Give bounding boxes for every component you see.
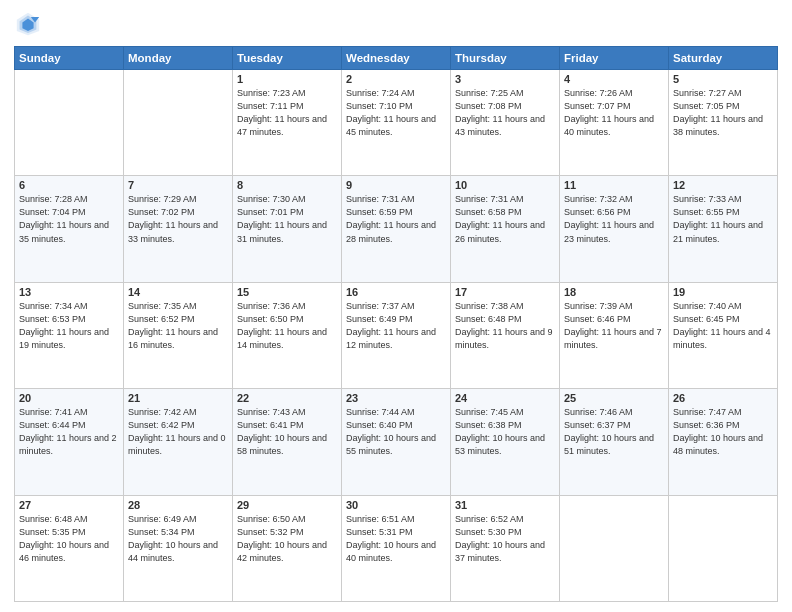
week-row-5: 27Sunrise: 6:48 AM Sunset: 5:35 PM Dayli…: [15, 495, 778, 601]
calendar-cell: 15Sunrise: 7:36 AM Sunset: 6:50 PM Dayli…: [233, 282, 342, 388]
day-info: Sunrise: 7:31 AM Sunset: 6:59 PM Dayligh…: [346, 193, 446, 245]
day-number: 22: [237, 392, 337, 404]
calendar-cell: 28Sunrise: 6:49 AM Sunset: 5:34 PM Dayli…: [124, 495, 233, 601]
calendar-cell: 19Sunrise: 7:40 AM Sunset: 6:45 PM Dayli…: [669, 282, 778, 388]
day-number: 23: [346, 392, 446, 404]
day-number: 7: [128, 179, 228, 191]
calendar-cell: [560, 495, 669, 601]
day-number: 20: [19, 392, 119, 404]
calendar-cell: [669, 495, 778, 601]
day-number: 12: [673, 179, 773, 191]
day-number: 30: [346, 499, 446, 511]
day-info: Sunrise: 7:33 AM Sunset: 6:55 PM Dayligh…: [673, 193, 773, 245]
calendar-cell: 5Sunrise: 7:27 AM Sunset: 7:05 PM Daylig…: [669, 70, 778, 176]
day-info: Sunrise: 7:44 AM Sunset: 6:40 PM Dayligh…: [346, 406, 446, 458]
logo: [14, 10, 46, 38]
day-info: Sunrise: 7:32 AM Sunset: 6:56 PM Dayligh…: [564, 193, 664, 245]
day-number: 13: [19, 286, 119, 298]
calendar-cell: 6Sunrise: 7:28 AM Sunset: 7:04 PM Daylig…: [15, 176, 124, 282]
calendar-cell: 2Sunrise: 7:24 AM Sunset: 7:10 PM Daylig…: [342, 70, 451, 176]
day-info: Sunrise: 6:49 AM Sunset: 5:34 PM Dayligh…: [128, 513, 228, 565]
day-info: Sunrise: 7:40 AM Sunset: 6:45 PM Dayligh…: [673, 300, 773, 352]
day-number: 3: [455, 73, 555, 85]
day-info: Sunrise: 7:37 AM Sunset: 6:49 PM Dayligh…: [346, 300, 446, 352]
calendar-cell: 4Sunrise: 7:26 AM Sunset: 7:07 PM Daylig…: [560, 70, 669, 176]
day-of-week-sunday: Sunday: [15, 47, 124, 70]
calendar-cell: 21Sunrise: 7:42 AM Sunset: 6:42 PM Dayli…: [124, 389, 233, 495]
calendar-cell: [124, 70, 233, 176]
calendar-cell: 8Sunrise: 7:30 AM Sunset: 7:01 PM Daylig…: [233, 176, 342, 282]
day-number: 18: [564, 286, 664, 298]
day-number: 25: [564, 392, 664, 404]
calendar-header-row: SundayMondayTuesdayWednesdayThursdayFrid…: [15, 47, 778, 70]
day-number: 10: [455, 179, 555, 191]
day-info: Sunrise: 6:51 AM Sunset: 5:31 PM Dayligh…: [346, 513, 446, 565]
day-number: 4: [564, 73, 664, 85]
day-info: Sunrise: 7:25 AM Sunset: 7:08 PM Dayligh…: [455, 87, 555, 139]
day-info: Sunrise: 7:47 AM Sunset: 6:36 PM Dayligh…: [673, 406, 773, 458]
day-number: 16: [346, 286, 446, 298]
day-number: 2: [346, 73, 446, 85]
week-row-1: 1Sunrise: 7:23 AM Sunset: 7:11 PM Daylig…: [15, 70, 778, 176]
calendar-cell: 25Sunrise: 7:46 AM Sunset: 6:37 PM Dayli…: [560, 389, 669, 495]
day-number: 14: [128, 286, 228, 298]
day-info: Sunrise: 7:43 AM Sunset: 6:41 PM Dayligh…: [237, 406, 337, 458]
day-number: 8: [237, 179, 337, 191]
day-number: 15: [237, 286, 337, 298]
day-info: Sunrise: 7:26 AM Sunset: 7:07 PM Dayligh…: [564, 87, 664, 139]
calendar-cell: 30Sunrise: 6:51 AM Sunset: 5:31 PM Dayli…: [342, 495, 451, 601]
header: [14, 10, 778, 38]
day-info: Sunrise: 7:24 AM Sunset: 7:10 PM Dayligh…: [346, 87, 446, 139]
calendar-cell: 12Sunrise: 7:33 AM Sunset: 6:55 PM Dayli…: [669, 176, 778, 282]
day-info: Sunrise: 7:29 AM Sunset: 7:02 PM Dayligh…: [128, 193, 228, 245]
day-number: 17: [455, 286, 555, 298]
day-info: Sunrise: 7:30 AM Sunset: 7:01 PM Dayligh…: [237, 193, 337, 245]
week-row-4: 20Sunrise: 7:41 AM Sunset: 6:44 PM Dayli…: [15, 389, 778, 495]
page: SundayMondayTuesdayWednesdayThursdayFrid…: [0, 0, 792, 612]
calendar-cell: 10Sunrise: 7:31 AM Sunset: 6:58 PM Dayli…: [451, 176, 560, 282]
day-number: 26: [673, 392, 773, 404]
day-number: 27: [19, 499, 119, 511]
day-number: 24: [455, 392, 555, 404]
calendar-cell: 13Sunrise: 7:34 AM Sunset: 6:53 PM Dayli…: [15, 282, 124, 388]
day-of-week-tuesday: Tuesday: [233, 47, 342, 70]
calendar-cell: 3Sunrise: 7:25 AM Sunset: 7:08 PM Daylig…: [451, 70, 560, 176]
day-info: Sunrise: 7:46 AM Sunset: 6:37 PM Dayligh…: [564, 406, 664, 458]
day-of-week-monday: Monday: [124, 47, 233, 70]
calendar-cell: [15, 70, 124, 176]
calendar-cell: 9Sunrise: 7:31 AM Sunset: 6:59 PM Daylig…: [342, 176, 451, 282]
calendar-cell: 14Sunrise: 7:35 AM Sunset: 6:52 PM Dayli…: [124, 282, 233, 388]
day-info: Sunrise: 7:31 AM Sunset: 6:58 PM Dayligh…: [455, 193, 555, 245]
day-info: Sunrise: 7:42 AM Sunset: 6:42 PM Dayligh…: [128, 406, 228, 458]
calendar-cell: 23Sunrise: 7:44 AM Sunset: 6:40 PM Dayli…: [342, 389, 451, 495]
day-number: 19: [673, 286, 773, 298]
day-number: 6: [19, 179, 119, 191]
day-of-week-thursday: Thursday: [451, 47, 560, 70]
day-info: Sunrise: 7:35 AM Sunset: 6:52 PM Dayligh…: [128, 300, 228, 352]
day-number: 9: [346, 179, 446, 191]
day-info: Sunrise: 7:28 AM Sunset: 7:04 PM Dayligh…: [19, 193, 119, 245]
day-info: Sunrise: 6:48 AM Sunset: 5:35 PM Dayligh…: [19, 513, 119, 565]
calendar-cell: 7Sunrise: 7:29 AM Sunset: 7:02 PM Daylig…: [124, 176, 233, 282]
calendar-cell: 29Sunrise: 6:50 AM Sunset: 5:32 PM Dayli…: [233, 495, 342, 601]
day-number: 11: [564, 179, 664, 191]
day-number: 28: [128, 499, 228, 511]
day-info: Sunrise: 6:52 AM Sunset: 5:30 PM Dayligh…: [455, 513, 555, 565]
day-of-week-wednesday: Wednesday: [342, 47, 451, 70]
day-info: Sunrise: 7:38 AM Sunset: 6:48 PM Dayligh…: [455, 300, 555, 352]
day-of-week-saturday: Saturday: [669, 47, 778, 70]
day-info: Sunrise: 7:34 AM Sunset: 6:53 PM Dayligh…: [19, 300, 119, 352]
day-info: Sunrise: 7:27 AM Sunset: 7:05 PM Dayligh…: [673, 87, 773, 139]
calendar-cell: 11Sunrise: 7:32 AM Sunset: 6:56 PM Dayli…: [560, 176, 669, 282]
day-info: Sunrise: 7:36 AM Sunset: 6:50 PM Dayligh…: [237, 300, 337, 352]
calendar-cell: 1Sunrise: 7:23 AM Sunset: 7:11 PM Daylig…: [233, 70, 342, 176]
calendar-table: SundayMondayTuesdayWednesdayThursdayFrid…: [14, 46, 778, 602]
day-info: Sunrise: 6:50 AM Sunset: 5:32 PM Dayligh…: [237, 513, 337, 565]
calendar-cell: 16Sunrise: 7:37 AM Sunset: 6:49 PM Dayli…: [342, 282, 451, 388]
week-row-3: 13Sunrise: 7:34 AM Sunset: 6:53 PM Dayli…: [15, 282, 778, 388]
day-number: 29: [237, 499, 337, 511]
calendar-cell: 24Sunrise: 7:45 AM Sunset: 6:38 PM Dayli…: [451, 389, 560, 495]
day-number: 31: [455, 499, 555, 511]
week-row-2: 6Sunrise: 7:28 AM Sunset: 7:04 PM Daylig…: [15, 176, 778, 282]
day-info: Sunrise: 7:45 AM Sunset: 6:38 PM Dayligh…: [455, 406, 555, 458]
